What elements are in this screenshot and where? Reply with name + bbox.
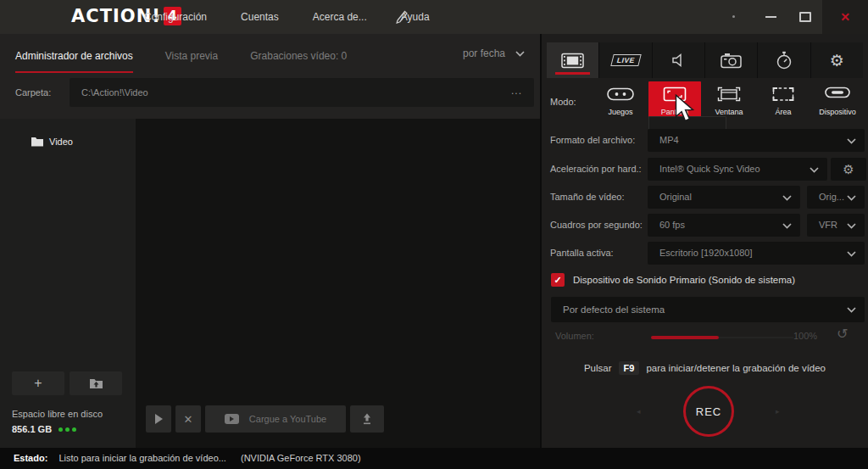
mode-juegos-button[interactable]: Juegos	[594, 81, 647, 119]
recordings-toolbar: ✕ Cargue a YouTube	[146, 405, 384, 433]
framerate-value: 60 fps	[659, 214, 685, 237]
video-size-select[interactable]: Original	[648, 186, 800, 209]
chevron-down-icon	[847, 223, 856, 229]
mode-area-button[interactable]: Área	[757, 81, 810, 119]
area-icon	[757, 86, 810, 103]
speaker-icon	[670, 52, 687, 69]
gear-icon: ⚙	[843, 162, 854, 177]
file-format-value: MP4	[659, 129, 679, 152]
rec-label: REC	[696, 405, 721, 418]
menu-cuentas[interactable]: Cuentas	[241, 11, 279, 23]
mode-dispositivo-button[interactable]: Dispositivo	[811, 81, 864, 119]
folder-path-input[interactable]: C:\Action!\Video ...	[70, 78, 534, 107]
tab-live-streaming[interactable]: LIVE	[598, 42, 651, 78]
tab-video-recording[interactable]	[547, 42, 598, 78]
primary-sound-checkbox[interactable]: ✓	[551, 273, 565, 287]
camera-icon	[721, 53, 742, 69]
rec-button[interactable]: REC	[683, 386, 734, 437]
mode-ventana-button[interactable]: Ventana	[703, 81, 755, 119]
tab-settings[interactable]: ⚙	[810, 42, 863, 78]
tab-screenshots[interactable]	[704, 42, 757, 78]
file-format-label: Formato del archivo:	[550, 135, 635, 145]
hotkey-hint: Pulsar F9 para iniciar/detener la grabac…	[542, 361, 868, 375]
framerate-mode-value: VFR	[819, 214, 837, 237]
mode-label: Modo:	[550, 97, 576, 107]
hotkey-key-badge: F9	[619, 361, 640, 375]
live-icon: LIVE	[610, 54, 641, 66]
active-screen-select[interactable]: Escritorio [1920x1080]	[648, 242, 865, 265]
sidebar-actions: +	[12, 371, 122, 395]
sort-label: por fecha	[463, 47, 505, 59]
pen-tool-icon[interactable]	[393, 9, 409, 25]
maximize-button[interactable]	[799, 12, 811, 22]
disk-space-row: 856.1 GB	[12, 424, 76, 434]
mode-ventana-label: Ventana	[703, 108, 755, 116]
framerate-mode-select[interactable]: VFR	[807, 214, 865, 237]
minimize-button[interactable]	[765, 16, 776, 18]
delete-button[interactable]: ✕	[175, 405, 201, 433]
tab-audio-recording[interactable]	[652, 42, 704, 78]
check-icon: ✓	[554, 275, 561, 286]
audio-device-select[interactable]: Por defecto del sistema	[551, 297, 865, 322]
tab-administrador-de-archivos[interactable]: Administrador de archivos	[15, 50, 133, 73]
hw-acceleration-settings-button[interactable]: ⚙	[831, 158, 866, 181]
mode-juegos-label: Juegos	[594, 108, 647, 116]
device-icon	[811, 86, 864, 99]
tab-grabaciones-video[interactable]: Grabaciones vídeo: 0	[250, 50, 347, 73]
tab-vista-previa[interactable]: Vista previa	[165, 50, 218, 73]
disk-status-dots	[58, 427, 76, 432]
browse-folder-button[interactable]: ...	[511, 78, 522, 103]
sort-dropdown[interactable]: por fecha	[463, 47, 525, 59]
volume-slider[interactable]	[651, 336, 719, 339]
video-size-extra-value: Orig...	[819, 186, 844, 209]
mode-buttons: Juegos Pantalla	[594, 81, 864, 119]
file-format-select[interactable]: MP4	[648, 129, 865, 152]
video-size-label: Tamaño de vídeo:	[550, 192, 624, 202]
file-manager-header: Administrador de archivos Vista previa G…	[0, 34, 540, 119]
status-label: Estado:	[14, 453, 47, 463]
framerate-select[interactable]: 60 fps	[648, 214, 800, 237]
stopwatch-icon	[776, 51, 793, 70]
video-size-value: Original	[659, 186, 692, 209]
status-message: Listo para iniciar la grabación de vídeo…	[58, 453, 226, 463]
active-screen-value: Escritorio [1920x1080]	[659, 242, 752, 265]
disk-space-label: Espacio libre en disco	[12, 409, 103, 419]
chevron-down-icon	[782, 195, 792, 201]
chevron-down-icon	[847, 195, 856, 201]
volume-slider-track[interactable]	[719, 337, 793, 338]
plus-icon: +	[34, 377, 42, 390]
video-size-extra-select[interactable]: Orig...	[807, 186, 865, 209]
sidebar-item-video[interactable]: Video	[0, 129, 136, 154]
primary-sound-label: Dispositivo de Sonido Primario (Sonido d…	[573, 275, 795, 285]
mode-dispositivo-label: Dispositivo	[811, 108, 864, 116]
framerate-label: Cuadros por segundo:	[550, 220, 643, 230]
mode-area-label: Área	[757, 108, 810, 116]
sidebar-item-label: Video	[49, 129, 73, 154]
export-button[interactable]	[350, 405, 384, 433]
disk-space-value: 856.1 GB	[12, 424, 52, 434]
close-button[interactable]: ✕	[822, 0, 868, 34]
recorder-panel: LIVE	[542, 34, 868, 448]
window-icon	[703, 86, 755, 103]
file-manager-tabs: Administrador de archivos Vista previa G…	[15, 34, 347, 73]
volume-reset-icon[interactable]: ↺	[837, 326, 848, 342]
film-icon	[561, 53, 584, 69]
tab-benchmark-timer[interactable]	[757, 42, 810, 78]
upload-youtube-button[interactable]: Cargue a YouTube	[205, 405, 346, 433]
upload-icon	[361, 413, 373, 425]
menu-configuracion[interactable]: Configuración	[144, 11, 207, 23]
volume-value: 100%	[793, 331, 817, 341]
rec-right-mark: ▸	[776, 407, 780, 416]
add-folder-button[interactable]: +	[12, 371, 64, 395]
rec-left-mark: ◂	[637, 407, 641, 416]
hw-acceleration-select[interactable]: Intel® Quick Sync Video	[648, 158, 827, 181]
play-button[interactable]	[146, 405, 171, 433]
folder-path-value: C:\Action!\Video	[81, 78, 148, 107]
play-icon	[155, 414, 163, 424]
menubar: Configuración Cuentas Acerca de... Ayuda	[144, 0, 430, 34]
active-screen-label: Pantalla activa:	[550, 248, 614, 258]
menu-acerca-de[interactable]: Acerca de...	[313, 11, 367, 23]
chevron-down-icon	[782, 223, 792, 229]
open-folder-button[interactable]	[70, 371, 122, 395]
upload-youtube-label: Cargue a YouTube	[249, 414, 326, 424]
